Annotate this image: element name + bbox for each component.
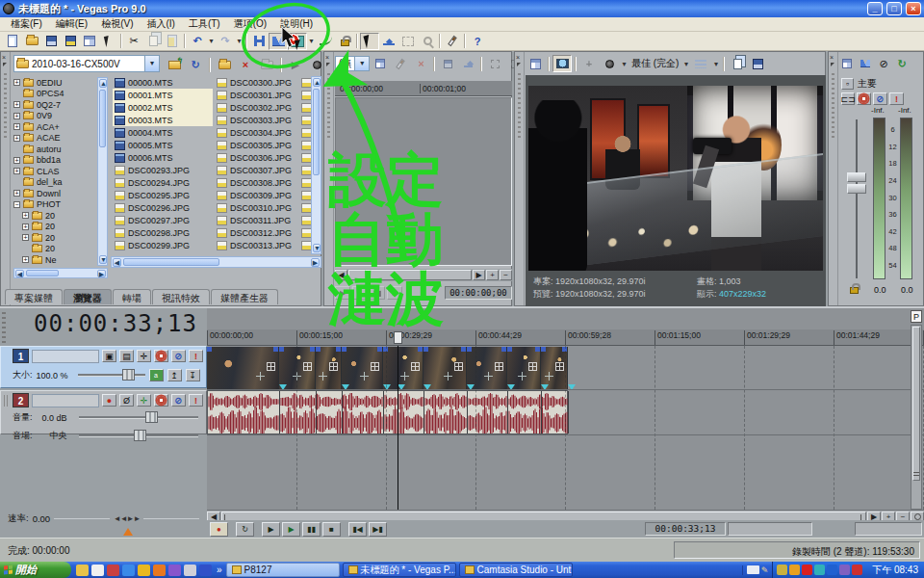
- enable-snapping-button[interactable]: [249, 33, 269, 50]
- zoom-out-icon[interactable]: −: [896, 512, 910, 521]
- tray-icon[interactable]: [814, 565, 825, 575]
- tree-item[interactable]: + ACAE: [13, 133, 96, 144]
- file-item[interactable]: DSC00311.JPG: [215, 214, 311, 226]
- shuttle-control[interactable]: ◄◄►►: [114, 514, 141, 523]
- track1-arm-up-icon[interactable]: ↥: [167, 369, 182, 381]
- event-fx-icon[interactable]: [400, 372, 409, 381]
- track2-record-arm-icon[interactable]: ●: [102, 394, 116, 407]
- scroll-right-icon[interactable]: ▶: [473, 270, 485, 280]
- tray-icon[interactable]: [852, 565, 862, 575]
- normal-edit-tool-button[interactable]: [360, 33, 379, 50]
- master-solo-icon[interactable]: !: [889, 92, 904, 105]
- file-item[interactable]: 00006.MTS: [113, 151, 213, 164]
- file-item[interactable]: DSC00309.JPG: [215, 189, 311, 201]
- video-event[interactable]: [383, 347, 424, 389]
- tree-item[interactable]: del_ka: [13, 177, 96, 189]
- tree-horizontal-scrollbar[interactable]: ◀ ▶: [13, 268, 108, 278]
- tree-expand-icon[interactable]: +: [22, 223, 29, 230]
- scroll-right-icon[interactable]: ▶: [867, 512, 881, 521]
- tray-icon[interactable]: [827, 565, 837, 575]
- tree-item[interactable]: + ACA+: [13, 121, 96, 133]
- event-edge-handle[interactable]: [310, 347, 315, 352]
- redo-dropdown[interactable]: ▾: [235, 33, 244, 50]
- file-item[interactable]: DSC003: [299, 189, 311, 201]
- event-edge-handle[interactable]: [207, 347, 212, 352]
- track1-parent-icon[interactable]: ▤: [119, 350, 134, 362]
- close-button[interactable]: ×: [906, 2, 921, 15]
- menu-item[interactable]: 選項(O): [227, 17, 273, 31]
- file-item[interactable]: DSC003: [299, 239, 311, 251]
- tray-icon[interactable]: [839, 565, 850, 575]
- video-event[interactable]: [316, 347, 342, 389]
- menu-item[interactable]: 檢視(V): [94, 17, 140, 31]
- quick-launch-overflow-icon[interactable]: »: [217, 565, 222, 575]
- tree-expand-icon[interactable]: +: [13, 113, 20, 119]
- favorites-button[interactable]: [257, 56, 276, 73]
- event-edge-handle[interactable]: [535, 347, 540, 352]
- tree-item[interactable]: + bbd1a: [13, 155, 96, 167]
- language-bar[interactable]: ✎: [742, 565, 773, 575]
- mixer-dock-grip[interactable]: ×: [829, 52, 838, 305]
- paste-button[interactable]: [163, 33, 182, 50]
- taskbar-clock[interactable]: 下午 08:43: [866, 562, 924, 578]
- file-item[interactable]: DSC003: [299, 76, 311, 89]
- file-item[interactable]: DSC003: [299, 101, 311, 114]
- start-button[interactable]: 開始: [0, 562, 71, 578]
- quick-launch-icon[interactable]: [76, 565, 89, 576]
- pause-button[interactable]: ▮▮: [302, 522, 321, 537]
- copy-button[interactable]: [143, 33, 163, 50]
- file-item[interactable]: DSC003: [299, 164, 311, 176]
- preview-video-frame[interactable]: [528, 86, 823, 271]
- video-event[interactable]: [467, 347, 507, 389]
- file-item[interactable]: DSC00303.JPG: [215, 114, 311, 126]
- event-fx-icon[interactable]: [444, 372, 452, 381]
- video-event[interactable]: [541, 347, 568, 389]
- scroll-right-icon[interactable]: ▶: [311, 258, 320, 267]
- tree-expand-icon[interactable]: +: [13, 101, 20, 108]
- scrollbar-grip[interactable]: [913, 472, 919, 477]
- master-bus-icon[interactable]: ↻: [894, 55, 910, 72]
- go-to-end-button[interactable]: ▶▮: [369, 522, 387, 537]
- timeline-timecode-display[interactable]: 00:00:33;13: [34, 310, 197, 337]
- event-fx-icon[interactable]: [293, 372, 301, 381]
- track1-size-slider[interactable]: [78, 374, 145, 377]
- trimmer-select-in-button[interactable]: [485, 55, 504, 72]
- event-edge-handle[interactable]: [424, 347, 428, 352]
- track2-volume-slider[interactable]: [79, 416, 198, 419]
- downmix-output-button[interactable]: [858, 55, 873, 72]
- file-item[interactable]: DSC00296.JPG: [113, 201, 213, 214]
- tree-item[interactable]: + 20: [13, 222, 96, 233]
- video-track-header[interactable]: 1 ▣ ▤ ✛ ⊘ ! 大小: 100.0 % a ↥ ↧: [0, 346, 207, 388]
- track1-motion-icon[interactable]: ✛: [137, 350, 151, 362]
- dock-tab[interactable]: 媒體產生器: [211, 289, 278, 304]
- timeline-ruler[interactable]: 00:00:00;0000:00:15;0000:00:29;2900:00:4…: [207, 329, 924, 346]
- track2-number[interactable]: 2: [13, 393, 29, 407]
- save-snapshot-button[interactable]: [748, 55, 767, 72]
- tree-item[interactable]: autoru: [13, 144, 96, 155]
- file-item[interactable]: DSC00293.JPG: [113, 164, 213, 176]
- fader-mode-icon[interactable]: ⊏⊐: [841, 92, 855, 105]
- selection-edit-tool-button[interactable]: [398, 33, 418, 50]
- file-item[interactable]: 00001.MTS: [113, 89, 213, 101]
- trimmer-marker-icon[interactable]: [338, 76, 344, 84]
- docked-window-button[interactable]: P: [911, 310, 922, 323]
- tree-item[interactable]: + 0EDIU: [13, 77, 96, 89]
- timeline-vertical-scrollbar[interactable]: [911, 325, 922, 510]
- file-item[interactable]: DSC00304.JPG: [215, 126, 311, 139]
- event-edge-handle[interactable]: [342, 347, 346, 352]
- tree-item[interactable]: 20: [13, 244, 96, 255]
- tree-expand-icon[interactable]: +: [13, 168, 20, 174]
- tree-item[interactable]: + 20: [13, 210, 96, 222]
- event-edge-handle[interactable]: [383, 347, 388, 352]
- scroll-right-icon[interactable]: ▶: [97, 270, 106, 277]
- master-fader-handle[interactable]: [847, 172, 866, 194]
- refresh-button[interactable]: ↻: [186, 56, 205, 73]
- event-edge-handle[interactable]: [461, 347, 466, 352]
- tray-icon[interactable]: [789, 565, 800, 575]
- fader-lock-icon[interactable]: [850, 283, 859, 294]
- taskbar-task[interactable]: 未標題的 * - Vegas P...: [343, 563, 456, 577]
- file-item[interactable]: DSC003: [299, 126, 311, 139]
- taskbar-task[interactable]: P8127: [226, 563, 340, 577]
- master-mute-icon[interactable]: ⊘: [873, 92, 887, 105]
- keyboard-icon[interactable]: [747, 565, 759, 574]
